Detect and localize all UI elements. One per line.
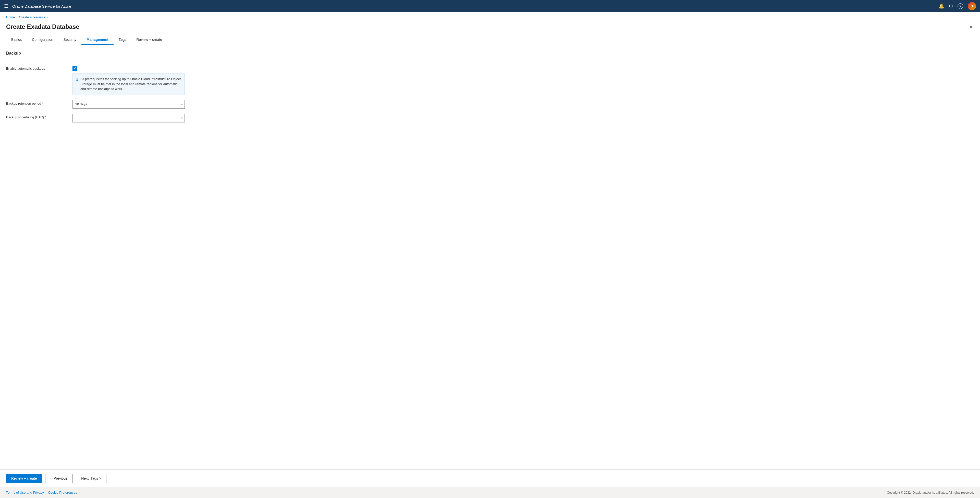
breadcrumb-sep-1: › <box>17 16 18 19</box>
tab-security[interactable]: Security <box>59 35 82 45</box>
retention-select[interactable]: 7 days 15 days 30 days 45 days 60 days <box>73 100 185 109</box>
app-title: Oracle Database Service for Azure <box>12 4 939 8</box>
page-title: Create Exadata Database <box>6 23 80 30</box>
help-icon[interactable]: ? <box>958 3 963 9</box>
tab-tags[interactable]: Tags <box>114 35 131 45</box>
breadcrumb-sep-2: › <box>47 16 48 19</box>
copyright-text: Copyright © 2022, Oracle and/or its affi… <box>887 491 974 495</box>
info-box: ℹ All prerequisites for backing up to Or… <box>73 73 185 95</box>
retention-required: * <box>42 102 43 105</box>
close-button[interactable]: ✕ <box>968 23 974 31</box>
next-button[interactable]: Next: Tags > <box>76 474 107 483</box>
retention-select-wrapper: 7 days 15 days 30 days 45 days 60 days ▾ <box>73 100 185 109</box>
notifications-icon[interactable]: 🔔 <box>939 3 944 9</box>
info-icon: ℹ <box>76 77 78 92</box>
previous-button[interactable]: < Previous <box>45 474 73 483</box>
tab-review-create[interactable]: Review + create <box>131 35 167 45</box>
settings-icon[interactable]: ⚙ <box>949 3 953 9</box>
enable-backups-label: Enable automatic backups <box>6 65 62 70</box>
retention-label: Backup retention period * <box>6 100 62 105</box>
scheduling-required: * <box>45 115 46 119</box>
scheduling-select[interactable] <box>73 114 185 123</box>
breadcrumb-create-resource[interactable]: Create a resource <box>19 15 45 19</box>
breadcrumb-home[interactable]: Home <box>6 15 15 19</box>
topbar-icons: 🔔 ⚙ ? D <box>939 2 976 10</box>
topbar: ☰ Oracle Database Service for Azure 🔔 ⚙ … <box>0 0 980 12</box>
main-content: Backup Enable automatic backups ℹ All pr… <box>0 45 980 469</box>
breadcrumb: Home › Create a resource › <box>0 12 980 22</box>
retention-control: 7 days 15 days 30 days 45 days 60 days ▾ <box>73 100 185 109</box>
bottom-links: Terms of Use and Privacy Cookie Preferen… <box>6 491 77 495</box>
enable-backups-checkbox[interactable] <box>73 66 77 71</box>
review-create-button[interactable]: Review + create <box>6 474 42 483</box>
tab-management[interactable]: Management <box>81 35 114 45</box>
cookie-preferences-link[interactable]: Cookie Preferences <box>48 491 77 495</box>
page-header: Create Exadata Database ✕ <box>0 22 980 35</box>
scheduling-control: ▾ <box>73 114 185 123</box>
form-row-scheduling: Backup scheduling (UTC) * ▾ <box>6 114 974 123</box>
tab-basics[interactable]: Basics <box>6 35 27 45</box>
bottom-bar: Terms of Use and Privacy Cookie Preferen… <box>0 487 980 498</box>
hamburger-icon[interactable]: ☰ <box>4 3 8 9</box>
form-row-retention: Backup retention period * 7 days 15 days… <box>6 100 974 109</box>
terms-link[interactable]: Terms of Use and Privacy <box>6 491 44 495</box>
tab-configuration[interactable]: Configuration <box>27 35 58 45</box>
avatar[interactable]: D <box>968 2 976 10</box>
info-text: All prerequisites for backing up to Orac… <box>80 76 181 92</box>
checkbox-container <box>73 65 185 71</box>
tabs-container: Basics Configuration Security Management… <box>0 35 980 45</box>
enable-backups-control: ℹ All prerequisites for backing up to Or… <box>73 65 185 95</box>
scheduling-select-wrapper: ▾ <box>73 114 185 123</box>
scheduling-label: Backup scheduling (UTC) * <box>6 114 62 119</box>
form-row-enable-backups: Enable automatic backups ℹ All prerequis… <box>6 65 974 95</box>
page-footer: Review + create < Previous Next: Tags > <box>0 469 980 487</box>
section-divider <box>6 60 974 60</box>
section-backup-title: Backup <box>6 51 974 56</box>
